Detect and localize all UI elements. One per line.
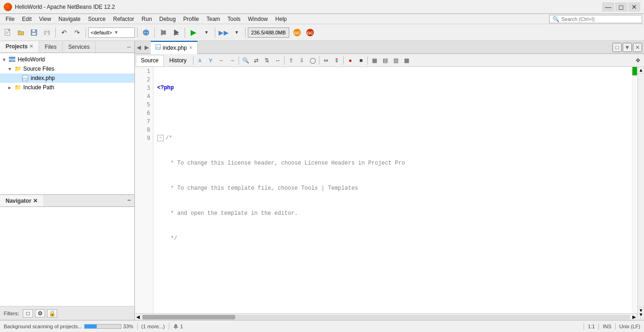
navigator-close[interactable]: ✕ — [33, 198, 38, 204]
editor-expand-button[interactable]: ✥ — [633, 55, 643, 66]
gc-button-1[interactable]: GC — [291, 27, 303, 39]
tab-action-maximize[interactable]: □ — [612, 43, 622, 52]
editor-toolbar-bar: Source History ← → 🔍 ⇄ ⇅ ↔ ⇧ ⇩ ◯ ⇔ ⇕ — [135, 54, 644, 67]
vscroll-track[interactable] — [638, 73, 644, 307]
line-num-1: 1 — [135, 67, 153, 75]
tree-root-helloworld[interactable]: ▼ PHP HelloWorld — [0, 55, 134, 64]
vscroll-down[interactable]: ▼ — [638, 307, 644, 313]
hscroll-track[interactable] — [142, 315, 630, 319]
tree-source-files[interactable]: ▼ 📁 Source Files — [0, 64, 134, 73]
files-tab[interactable]: Files — [39, 41, 62, 53]
hscroll-left-arrow[interactable]: ◀ — [135, 314, 141, 320]
menu-edit[interactable]: Edit — [18, 14, 35, 24]
chart-btn-2[interactable]: ▤ — [380, 55, 390, 66]
source-view-tab[interactable]: Source — [136, 55, 164, 66]
open-button[interactable] — [15, 27, 27, 39]
memory-button[interactable]: 236.5/488.0MB — [248, 27, 289, 38]
fold-all-btn[interactable]: ⇔ — [321, 55, 331, 66]
edit-toolbar-btn-4[interactable]: → — [227, 55, 237, 66]
gc-button-2[interactable]: GC — [304, 27, 316, 39]
menu-tools[interactable]: Tools — [224, 14, 244, 24]
filter-button-1[interactable]: □ — [23, 309, 33, 318]
menu-navigate[interactable]: Navigate — [55, 14, 84, 24]
search-box[interactable]: 🔍 — [549, 15, 642, 23]
toggle-fold-2[interactable]: ⇅ — [262, 55, 272, 66]
zoom-in-button[interactable]: 🔍 — [240, 55, 251, 66]
navigate-backward[interactable]: ⇧ — [286, 55, 296, 66]
hscroll-right-arrow[interactable]: ▶ — [631, 314, 637, 320]
filter-button-3[interactable]: 🔒 — [47, 309, 57, 318]
debug-dropdown-button[interactable]: ▼ — [231, 27, 243, 39]
status-sep-1 — [137, 323, 138, 330]
tab-scroll-right[interactable]: ▶ — [143, 41, 151, 54]
projects-tab-close[interactable]: ✕ — [29, 44, 33, 49]
new-file-button[interactable] — [2, 27, 14, 39]
maximize-button[interactable]: ◻ — [615, 2, 627, 12]
notifications-segment[interactable]: 1 — [173, 324, 183, 329]
minimize-button[interactable]: — — [602, 2, 614, 12]
bookmark-prev-button[interactable] — [195, 55, 205, 66]
record-macro-button[interactable]: ● — [345, 55, 355, 66]
close-button[interactable]: ✕ — [628, 2, 640, 12]
hscroll-thumb[interactable] — [142, 315, 235, 319]
menu-refactor[interactable]: Refactor — [109, 14, 138, 24]
editor-vscrollbar[interactable]: ▲ ▼ — [637, 67, 644, 313]
build-button[interactable] — [157, 27, 169, 39]
projects-tab[interactable]: Projects ✕ — [0, 41, 39, 53]
tab-action-menu[interactable]: ▼ — [623, 43, 632, 52]
menu-run[interactable]: Run — [138, 14, 156, 24]
tab-label: index.php — [163, 45, 187, 51]
tab-close-button[interactable]: ✕ — [189, 45, 193, 50]
run-dropdown-button[interactable]: ▼ — [200, 27, 212, 39]
menu-profile[interactable]: Profile — [179, 14, 203, 24]
tab-action-close-all[interactable]: ✕ — [633, 43, 642, 52]
menu-team[interactable]: Team — [203, 14, 224, 24]
fold-icon[interactable]: − — [157, 135, 164, 141]
save-button[interactable] — [28, 27, 40, 39]
debug-button[interactable]: ▶▶ — [218, 27, 230, 39]
menu-view[interactable]: View — [35, 14, 55, 24]
browser-button[interactable] — [140, 27, 152, 39]
run-button[interactable]: ▶ — [187, 27, 199, 39]
vscroll-up[interactable]: ▲ — [638, 67, 644, 73]
menu-debug[interactable]: Debug — [156, 14, 179, 24]
filter-button-2[interactable]: ⚙ — [35, 309, 45, 318]
edit-toolbar-btn-3[interactable]: ← — [216, 55, 226, 66]
bookmark-next-button[interactable] — [206, 55, 216, 66]
code-line-8 — [157, 259, 628, 268]
chart-btn-1[interactable]: ▦ — [369, 55, 379, 66]
project-dropdown[interactable]: <default> ▼ — [88, 27, 135, 38]
clean-build-button[interactable] — [170, 27, 182, 39]
navigator-tab[interactable]: Navigator ✕ — [0, 195, 43, 206]
services-tab[interactable]: Services — [63, 41, 96, 53]
menu-window[interactable]: Window — [244, 14, 272, 24]
print-button[interactable] — [41, 27, 53, 39]
progress-label: 33% — [123, 324, 133, 329]
menu-source[interactable]: Source — [84, 14, 109, 24]
editor-tab-index-php[interactable]: php index.php ✕ — [151, 41, 198, 54]
chart-btn-3[interactable]: ▥ — [391, 55, 401, 66]
toolbar-separator-1 — [55, 27, 56, 38]
stop-macro-button[interactable]: ■ — [356, 55, 366, 66]
undo-button[interactable]: ↶ — [58, 27, 70, 39]
navigator-content — [0, 207, 134, 306]
history-view-tab[interactable]: History — [164, 55, 192, 66]
search-input[interactable] — [561, 16, 636, 22]
editor-hscroll: ◀ ▶ ✥ — [135, 313, 644, 320]
toggle-fold-3[interactable]: ↔ — [272, 55, 283, 66]
left-panel-collapse[interactable]: – — [123, 41, 134, 53]
tree-include-path[interactable]: ► 📁 Include Path — [0, 83, 134, 92]
navigate-btn-3[interactable]: ◯ — [307, 55, 318, 66]
menu-help[interactable]: Help — [272, 14, 291, 24]
unfold-all-btn[interactable]: ⇕ — [332, 55, 342, 66]
code-area[interactable]: <?php − /* * To change this license head… — [153, 67, 632, 313]
navigator-collapse[interactable]: – — [124, 195, 134, 206]
titlebar: HelloWorld - Apache NetBeans IDE 12.2 — … — [0, 0, 644, 14]
navigate-forward[interactable]: ⇩ — [297, 55, 307, 66]
chart-btn-4[interactable]: ▩ — [401, 55, 412, 66]
redo-button[interactable]: ↷ — [71, 27, 83, 39]
menu-file[interactable]: File — [2, 14, 18, 24]
tree-index-php[interactable]: php index.php — [0, 73, 134, 83]
tab-scroll-left[interactable]: ◀ — [135, 41, 143, 54]
toggle-fold-button[interactable]: ⇄ — [251, 55, 261, 66]
